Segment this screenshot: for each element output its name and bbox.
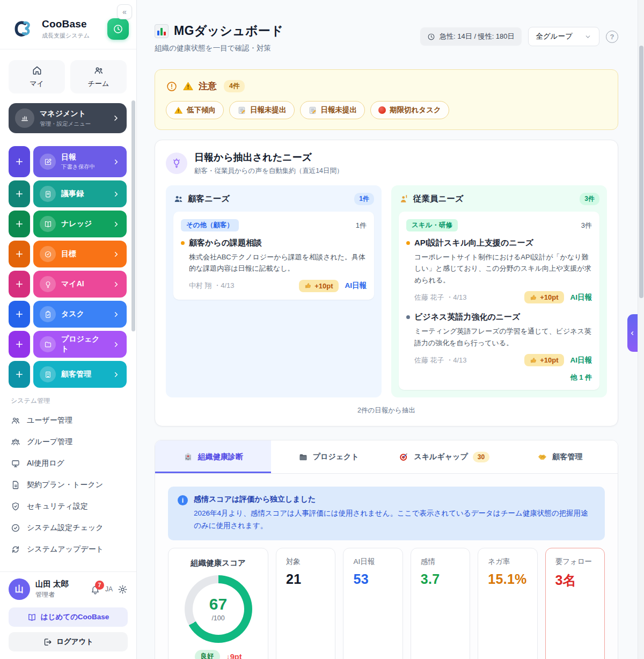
tab-projects[interactable]: プロジェクト — [271, 440, 387, 473]
category-tag: その他（顧客） — [181, 219, 239, 231]
sidebar-item-system-check[interactable]: システム設定チェック — [9, 517, 127, 539]
chevron-right-icon — [112, 158, 120, 166]
bullet-dot — [181, 241, 185, 245]
nav-team-button[interactable]: チーム — [70, 60, 127, 93]
needs-card: 日報から抽出されたニーズ 顧客・従業員からの声を自動集約（直近14日間） 顧客ニ… — [155, 140, 618, 426]
alert-chip-overdue-task[interactable]: 期限切れタスク — [370, 101, 449, 119]
app-title: CooBase — [42, 18, 90, 30]
add-minutes-button[interactable] — [9, 180, 30, 207]
add-goal-button[interactable] — [9, 241, 30, 267]
sidebar-item-security-settings[interactable]: セキュリティ設定 — [9, 496, 127, 517]
alert-header: 注意 4件 — [166, 80, 607, 92]
sidebar: CooBase 成長支援システム « — [0, 0, 137, 659]
page-subtitle: 組織の健康状態を一目で確認・対策 — [155, 44, 283, 53]
period-info: 急性: 14日 / 慢性: 180日 — [420, 27, 521, 46]
plus-icon — [14, 157, 24, 166]
plus-icon — [14, 279, 24, 289]
notifications-bell-icon[interactable]: 7 — [90, 584, 100, 595]
getting-started-button[interactable]: はじめてのCooBase — [9, 607, 128, 627]
sidebar-module-goals[interactable]: 目標 — [33, 241, 127, 267]
add-nippo-button[interactable] — [9, 146, 30, 177]
help-button[interactable]: ? — [606, 31, 618, 43]
stats-row: 組織健康スコア 67 /100 良好 ↓9pt — [168, 548, 605, 659]
alert-chip-missing-report[interactable]: 日報未提出 — [229, 101, 295, 119]
ai-report-link[interactable]: AI日報 — [570, 356, 592, 365]
user-row: 山 山田 太郎 管理者 7 JA — [9, 578, 128, 600]
ai-report-link[interactable]: AI日報 — [345, 281, 367, 291]
points-badge[interactable]: +10pt — [524, 291, 564, 303]
tab-org-health[interactable]: 組織健康診断 — [155, 440, 271, 473]
metric-card-ai-reports: AI日報 53 — [343, 548, 402, 659]
side-panel-toggle[interactable] — [627, 314, 638, 352]
sidebar-item-user-management[interactable]: ユーザー管理 — [9, 410, 127, 431]
sidebar-item-ai-usage-log[interactable]: AI使用ログ — [9, 453, 127, 474]
file-icon — [11, 480, 20, 490]
points-badge[interactable]: +10pt — [299, 280, 338, 292]
clock-icon — [427, 33, 435, 41]
employee-need-group: スキル・研修 3件 API設計スキル向上支援のニーズ コーポレートサイト制作にお… — [399, 212, 599, 390]
info-icon: i — [178, 495, 188, 505]
logout-button[interactable]: ログアウト — [9, 632, 128, 651]
timer-button[interactable] — [107, 18, 129, 40]
add-customer-button[interactable] — [9, 361, 30, 388]
module-row: 議事録 — [9, 180, 127, 207]
gear-icon[interactable] — [118, 584, 128, 595]
quick-nav: マイ チーム — [9, 60, 127, 93]
sidebar-module-nippo[interactable]: 日報 下書き保存中 — [33, 146, 127, 177]
bar-chart-emoji-icon — [155, 24, 169, 38]
main-scrollbar-thumb[interactable] — [639, 46, 643, 298]
health-score-card: 組織健康スコア 67 /100 良好 ↓9pt — [168, 548, 268, 659]
main-scrollbar[interactable] — [638, 0, 644, 659]
tab-skill-gap[interactable]: スキルギャップ 30 — [386, 440, 502, 473]
need-item: ビジネス英語力強化のニーズ ミーティング英語フレーズの学習を通じて、ビジネス英語… — [406, 312, 592, 366]
sidebar-collapse-button[interactable]: « — [117, 4, 132, 19]
sidebar-module-minutes[interactable]: 議事録 — [33, 180, 127, 207]
ai-report-link[interactable]: AI日報 — [570, 293, 592, 302]
add-myai-button[interactable] — [9, 271, 30, 298]
refresh-icon — [11, 545, 20, 554]
sidebar-module-projects[interactable]: プロジェクト — [33, 331, 127, 358]
sidebar-item-management[interactable]: マネジメント 管理・設定メニュー — [9, 103, 127, 133]
needs-header: 日報から抽出されたニーズ 顧客・従業員からの声を自動集約（直近14日間） — [166, 151, 607, 176]
shield-check-icon — [11, 502, 20, 511]
sidebar-item-group-management[interactable]: グループ管理 — [9, 431, 127, 453]
nav-my-button[interactable]: マイ — [9, 60, 65, 93]
employee-needs-column: 従業員ニーズ 3件 スキル・研修 3件 API設計スキル向上支援のニーズ コーポ… — [391, 185, 607, 397]
score-delta: ↓9pt — [226, 653, 242, 659]
add-knowledge-button[interactable] — [9, 211, 30, 237]
alert-chip-missing-report[interactable]: 日報未提出 — [300, 101, 365, 119]
sidebar-scrollbar-thumb[interactable] — [131, 100, 135, 331]
people-icon — [173, 194, 184, 204]
sidebar-module-knowledge[interactable]: ナレッジ — [33, 211, 127, 237]
health-score-donut: 67 /100 — [185, 575, 252, 643]
user-icons: 7 JA — [90, 584, 128, 595]
avatar[interactable]: 山 — [9, 578, 30, 600]
module-row: マイAI — [9, 271, 127, 298]
thumbs-up-icon — [530, 357, 537, 364]
dashboard-panel: 組織健康診断 プロジェクト スキルギャップ 30 顧客管理 — [155, 440, 618, 659]
plus-icon — [14, 339, 24, 349]
sidebar-module-myai[interactable]: マイAI — [33, 271, 127, 298]
sidebar-header: CooBase 成長支援システム « — [0, 0, 136, 49]
add-project-button[interactable] — [9, 331, 30, 358]
language-toggle[interactable]: JA — [105, 585, 113, 593]
group-select[interactable]: 全グループ — [528, 27, 599, 46]
sidebar-item-system-update[interactable]: システムアップデート — [9, 539, 127, 560]
target-check-icon — [40, 246, 56, 262]
user-group-icon — [11, 437, 20, 447]
metric-card-target: 対象 21 — [276, 548, 335, 659]
tab-customer-management[interactable]: 顧客管理 — [502, 440, 618, 473]
chevron-right-icon — [112, 310, 120, 318]
sidebar-module-customers[interactable]: 顧客管理 — [33, 361, 127, 388]
alert-chip-decline[interactable]: 低下傾向 — [166, 101, 224, 119]
document-icon — [40, 186, 56, 202]
sidebar-item-contract-plan[interactable]: 契約プラン・トークン — [9, 474, 127, 496]
plus-icon — [14, 189, 24, 199]
points-badge[interactable]: +10pt — [524, 354, 564, 366]
page-title-block: MGダッシュボード 組織の健康状態を一目で確認・対策 — [155, 23, 283, 53]
page-title: MGダッシュボード — [174, 23, 283, 39]
add-task-button[interactable] — [9, 301, 30, 328]
sidebar-module-tasks[interactable]: タスク — [33, 301, 127, 328]
more-items-link[interactable]: 他 1 件 — [406, 373, 592, 382]
needs-subtitle: 顧客・従業員からの声を自動集約（直近14日間） — [194, 166, 343, 176]
